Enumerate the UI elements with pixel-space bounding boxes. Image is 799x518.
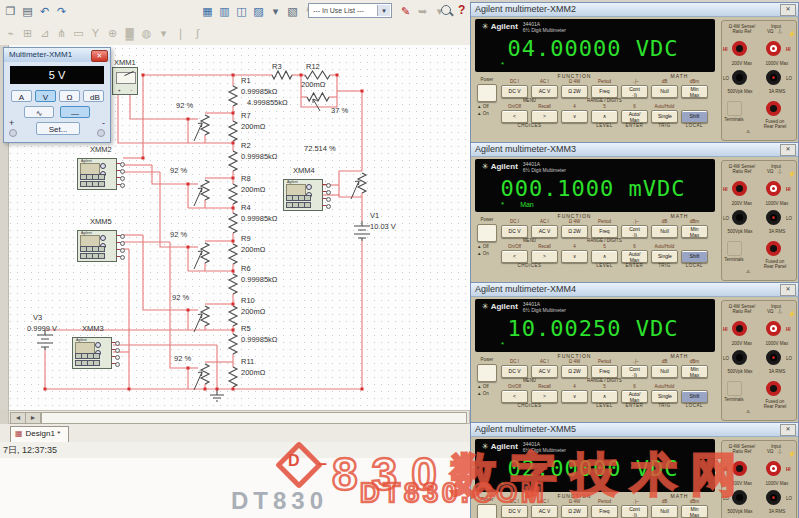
right-arrow-button[interactable]: > bbox=[531, 250, 558, 263]
meter-titlebar[interactable]: Agilent multimeter-XMM3 ✕ bbox=[471, 143, 798, 157]
forward-icon[interactable]: ➥ bbox=[415, 4, 430, 19]
volts-button[interactable]: V bbox=[35, 90, 56, 102]
power-button[interactable] bbox=[477, 224, 497, 242]
single-button[interactable]: Single bbox=[651, 110, 678, 123]
minmax-button[interactable]: Min Max bbox=[681, 365, 708, 378]
horizontal-scrollbar[interactable]: ◄ ► bbox=[8, 410, 470, 424]
null-button[interactable]: Null bbox=[651, 225, 678, 238]
power-button[interactable] bbox=[477, 504, 497, 518]
close-icon[interactable]: ✕ bbox=[780, 424, 796, 436]
help-button[interactable]: ? bbox=[458, 3, 465, 17]
single-button[interactable]: Single bbox=[651, 250, 678, 263]
input-hi-jack[interactable] bbox=[766, 181, 781, 196]
sense-hi-jack[interactable] bbox=[732, 321, 747, 336]
dropdown-arrow-icon[interactable]: ▾ bbox=[377, 5, 390, 16]
right-arrow-button[interactable]: > bbox=[531, 110, 558, 123]
end-icon-group[interactable]: ✎➥▾ bbox=[398, 2, 447, 20]
freq-button[interactable]: Freq bbox=[591, 365, 618, 378]
place-source-icon[interactable]: ⌁ bbox=[3, 26, 18, 41]
input-hi-jack[interactable] bbox=[766, 461, 781, 476]
ohm2w-button[interactable]: Ω 2W bbox=[561, 365, 588, 378]
meter-titlebar[interactable]: Agilent multimeter-XMM5 ✕ bbox=[471, 423, 798, 437]
ac-button[interactable]: ∿ bbox=[24, 106, 54, 118]
meter-titlebar[interactable]: Agilent multimeter-XMM2 ✕ bbox=[471, 3, 798, 17]
automan-button[interactable]: Auto/ Man bbox=[621, 250, 648, 263]
grid-icon[interactable]: ▥ bbox=[217, 4, 232, 19]
automan-button[interactable]: Auto/ Man bbox=[621, 110, 648, 123]
sense-hi-jack[interactable] bbox=[732, 181, 747, 196]
down-button[interactable]: ∨ bbox=[561, 390, 588, 403]
place-indicator-icon[interactable]: ◍ bbox=[139, 26, 154, 41]
place-analog-icon[interactable]: ▭ bbox=[71, 26, 86, 41]
dcv-button[interactable]: DC V bbox=[501, 505, 528, 518]
input-hi-jack[interactable] bbox=[766, 41, 781, 56]
paste-icon[interactable]: ▤ bbox=[20, 4, 35, 19]
shift-button[interactable]: Shift bbox=[681, 390, 708, 403]
toolbars-icon[interactable]: ▦ bbox=[200, 4, 215, 19]
scroll-left-icon[interactable]: ◄ bbox=[10, 412, 26, 424]
null-button[interactable]: Null bbox=[651, 85, 678, 98]
dcv-button[interactable]: DC V bbox=[501, 225, 528, 238]
place-ttl-icon[interactable]: Y bbox=[88, 26, 103, 41]
place-bus-icon[interactable]: ∫ bbox=[190, 26, 205, 41]
dialog-titlebar[interactable]: Multimeter-XMM1 ✕ bbox=[4, 48, 110, 62]
current-input-jack[interactable] bbox=[766, 101, 781, 116]
instruments-icon[interactable]: ◫ bbox=[234, 4, 249, 19]
xmm4-instrument-icon[interactable]: Agilent bbox=[283, 179, 323, 211]
current-lo-jack[interactable] bbox=[766, 350, 781, 365]
left-arrow-button[interactable]: < bbox=[501, 110, 528, 123]
dcv-button[interactable]: DC V bbox=[501, 365, 528, 378]
terminals-switch[interactable] bbox=[727, 241, 742, 256]
xmm3-instrument-icon[interactable]: Agilent bbox=[72, 337, 112, 369]
xmm5-instrument-icon[interactable]: Agilent bbox=[77, 230, 117, 262]
scroll-left2-icon[interactable]: ► bbox=[25, 412, 41, 424]
sense-lo-jack[interactable] bbox=[732, 70, 747, 85]
shift-button[interactable]: Shift bbox=[681, 110, 708, 123]
meter-window-xmm4[interactable]: Agilent multimeter-XMM4 ✕ ✳Agilent34401A… bbox=[470, 282, 799, 422]
current-lo-jack[interactable] bbox=[766, 210, 781, 225]
cont-button[interactable]: Cont ·)) bbox=[621, 365, 648, 378]
sense-hi-jack[interactable] bbox=[732, 41, 747, 56]
place-basic-icon[interactable]: ⊞ bbox=[20, 26, 35, 41]
place-diode-icon[interactable]: ⊿ bbox=[37, 26, 52, 41]
current-input-jack[interactable] bbox=[766, 381, 781, 396]
terminals-switch[interactable] bbox=[727, 381, 742, 396]
minmax-button[interactable]: Min Max bbox=[681, 85, 708, 98]
meter-window-xmm5[interactable]: Agilent multimeter-XMM5 ✕ ✳Agilent34401A… bbox=[470, 422, 799, 518]
edit-icon[interactable]: ✎ bbox=[398, 4, 413, 19]
dc-button[interactable]: — bbox=[60, 106, 90, 118]
right-arrow-button[interactable]: > bbox=[531, 390, 558, 403]
freq-button[interactable]: Freq bbox=[591, 85, 618, 98]
graph-icon[interactable]: ▨ bbox=[251, 4, 266, 19]
up-button[interactable]: ∧ bbox=[591, 250, 618, 263]
cont-button[interactable]: Cont ·)) bbox=[621, 505, 648, 518]
acv-button[interactable]: AC V bbox=[531, 85, 558, 98]
meter-window-xmm3[interactable]: Agilent multimeter-XMM3 ✕ ✳Agilent34401A… bbox=[470, 142, 799, 282]
terminals-switch[interactable] bbox=[727, 101, 742, 116]
left-arrow-button[interactable]: < bbox=[501, 390, 528, 403]
capture-icon[interactable]: ▧ bbox=[285, 4, 300, 19]
minmax-button[interactable]: Min Max bbox=[681, 505, 708, 518]
null-button[interactable]: Null bbox=[651, 505, 678, 518]
freq-button[interactable]: Freq bbox=[591, 225, 618, 238]
undo-icon[interactable]: ↶ bbox=[37, 4, 52, 19]
shift-button[interactable]: Shift bbox=[681, 250, 708, 263]
sense-lo-jack[interactable] bbox=[732, 350, 747, 365]
current-lo-jack[interactable] bbox=[766, 70, 781, 85]
automan-button[interactable]: Auto/ Man bbox=[621, 390, 648, 403]
place-misc-icon[interactable]: ▓ bbox=[122, 26, 137, 41]
set-button[interactable]: Set... bbox=[36, 122, 80, 135]
sense-lo-jack[interactable] bbox=[732, 490, 747, 505]
ohm2w-button[interactable]: Ω 2W bbox=[561, 505, 588, 518]
zoom-icon[interactable] bbox=[441, 5, 451, 15]
power-button[interactable] bbox=[477, 364, 497, 382]
meter-window-xmm2[interactable]: Agilent multimeter-XMM2 ✕ ✳Agilent34401A… bbox=[470, 2, 799, 142]
copy-icon[interactable]: ❐ bbox=[3, 4, 18, 19]
place-transistor-icon[interactable]: ⋔ bbox=[54, 26, 69, 41]
power-button[interactable] bbox=[477, 84, 497, 102]
null-button[interactable]: Null bbox=[651, 365, 678, 378]
close-icon[interactable]: ✕ bbox=[91, 50, 108, 62]
acv-button[interactable]: AC V bbox=[531, 365, 558, 378]
plus-jack-icon[interactable] bbox=[9, 129, 17, 137]
left-arrow-button[interactable]: < bbox=[501, 250, 528, 263]
